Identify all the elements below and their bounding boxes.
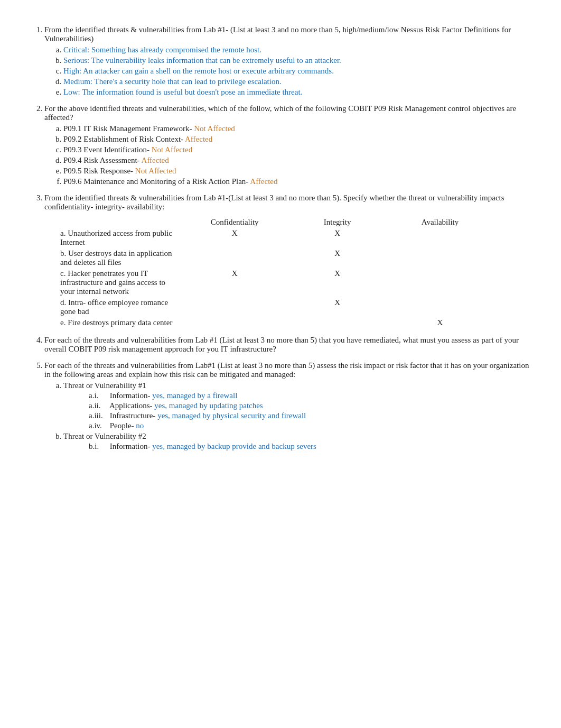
threat-b: b. User destroys data in application and…: [55, 248, 183, 268]
roman-a-ii-answer: yes, managed by updating patches: [154, 401, 263, 410]
table-row: b. User destroys data in application and…: [55, 248, 491, 268]
threat-c: c. Hacker penetrates you IT infrastructu…: [55, 268, 183, 297]
q5-b-roman-list: b.i. Information- yes, managed by backup…: [63, 442, 529, 451]
roman-b-i-answer: yes, managed by backup provide and backu…: [152, 442, 316, 450]
q2-c-prefix: P09.3 Event Identification-: [63, 145, 149, 154]
roman-a-i-label: a.i.: [89, 391, 108, 400]
q2-d-status: Affected: [142, 156, 169, 164]
header-confidentiality: Confidentiality: [183, 217, 286, 228]
int-e: [286, 317, 388, 328]
roman-b-i-prefix: Information-: [110, 442, 151, 450]
question-5-text: For each of the threats and vulnerabilit…: [44, 361, 529, 379]
question-5-list: Threat or Vulnerability #1 a.i. Informat…: [44, 381, 529, 451]
question-2-text: For the above identified threats and vul…: [44, 104, 516, 122]
q5-a-roman-list: a.i. Information- yes, managed by a fire…: [63, 391, 529, 430]
q5-a-iii: a.iii. Infrastructure- yes, managed by p…: [89, 411, 529, 420]
conf-b: [183, 248, 286, 268]
question-1-list: Critical: Something has already compromi…: [44, 45, 529, 97]
q1-item-d: Medium: There's a security hole that can…: [63, 77, 529, 86]
q2-item-b: P09.2 Establishment of Risk Context- Aff…: [63, 135, 529, 144]
int-d: X: [286, 297, 388, 317]
roman-a-i-prefix: Information-: [110, 391, 151, 400]
q5-a-iv: a.iv. People- no: [89, 421, 529, 430]
avail-d: [389, 297, 491, 317]
q1-item-b: Serious: The vulnerability leaks informa…: [63, 56, 529, 65]
q1-item-c-text: High: An attacker can gain a shell on th…: [63, 67, 334, 75]
roman-a-iii-label: a.iii.: [89, 411, 108, 420]
question-2: For the above identified threats and vul…: [44, 104, 529, 186]
q5-a-i: a.i. Information- yes, managed by a fire…: [89, 391, 529, 400]
table-row: c. Hacker penetrates you IT infrastructu…: [55, 268, 491, 297]
cia-table: Confidentiality Integrity Availability a…: [55, 217, 491, 328]
threat-d: d. Intra- office employee romance gone b…: [55, 297, 183, 317]
q2-f-status: Affected: [250, 177, 277, 186]
threat-a: a. Unauthorized access from public Inter…: [55, 228, 183, 248]
header-availability: Availability: [389, 217, 491, 228]
q5-item-a: Threat or Vulnerability #1 a.i. Informat…: [63, 381, 529, 430]
avail-c: [389, 268, 491, 297]
int-c: X: [286, 268, 388, 297]
q1-item-b-text: Serious: The vulnerability leaks informa…: [63, 56, 341, 64]
avail-b: [389, 248, 491, 268]
main-numbered-list: From the identified threats & vulnerabil…: [32, 25, 529, 451]
q2-a-prefix: P09.1 IT Risk Management Framework-: [63, 124, 192, 133]
question-2-list: P09.1 IT Risk Management Framework- Not …: [44, 124, 529, 186]
q2-d-prefix: P09.4 Risk Assessment-: [63, 156, 140, 164]
roman-a-ii-label: a.ii.: [89, 401, 108, 410]
threat-e: e. Fire destroys primary data center: [55, 317, 183, 328]
q2-a-status: Not Affected: [194, 124, 235, 133]
q5-a-title: Threat or Vulnerability #1: [63, 381, 146, 390]
q1-item-c: High: An attacker can gain a shell on th…: [63, 67, 529, 76]
q2-e-status: Not Affected: [135, 167, 176, 175]
roman-a-iv-answer: no: [136, 421, 144, 430]
q2-item-c: P09.3 Event Identification- Not Affected: [63, 145, 529, 154]
q1-item-e: Low: The information found is useful but…: [63, 88, 529, 97]
question-3: From the identified threats & vulnerabil…: [44, 193, 529, 328]
roman-a-i-answer: yes, managed by a firewall: [152, 391, 237, 400]
roman-a-ii-prefix: Applications-: [109, 401, 153, 410]
question-1-text: From the identified threats & vulnerabil…: [44, 25, 511, 43]
roman-a-iv-prefix: People-: [110, 421, 134, 430]
table-row: e. Fire destroys primary data center X: [55, 317, 491, 328]
table-row: a. Unauthorized access from public Inter…: [55, 228, 491, 248]
q2-item-e: P09.5 Risk Response- Not Affected: [63, 167, 529, 176]
int-a: X: [286, 228, 388, 248]
q2-f-prefix: P09.6 Maintenance and Monitoring of a Ri…: [63, 177, 248, 186]
roman-a-iv-label: a.iv.: [89, 421, 108, 430]
q1-item-a: Critical: Something has already compromi…: [63, 45, 529, 54]
q2-e-prefix: P09.5 Risk Response-: [63, 167, 133, 175]
cia-table-section: Confidentiality Integrity Availability a…: [44, 217, 529, 328]
int-b: X: [286, 248, 388, 268]
q5-a-ii: a.ii. Applications- yes, managed by upda…: [89, 401, 529, 410]
q2-b-status: Affected: [185, 135, 212, 143]
q1-item-d-text: Medium: There's a security hole that can…: [63, 77, 282, 86]
q1-item-e-text: Low: The information found is useful but…: [63, 88, 302, 96]
roman-a-iii-answer: yes, managed by physical security and fi…: [157, 411, 306, 420]
q2-item-f: P09.6 Maintenance and Monitoring of a Ri…: [63, 177, 529, 186]
avail-e: X: [389, 317, 491, 328]
question-5: For each of the threats and vulnerabilit…: [44, 361, 529, 451]
table-row: d. Intra- office employee romance gone b…: [55, 297, 491, 317]
conf-c: X: [183, 268, 286, 297]
q2-item-d: P09.4 Risk Assessment- Affected: [63, 156, 529, 165]
q1-item-a-text: Critical: Something has already compromi…: [63, 45, 261, 54]
q5-b-title: Threat or Vulnerability #2: [63, 432, 146, 440]
roman-b-i-label: b.i.: [89, 442, 108, 451]
conf-d: [183, 297, 286, 317]
roman-a-iii-prefix: Infrastructure-: [110, 411, 156, 420]
avail-a: [389, 228, 491, 248]
q5-b-i: b.i. Information- yes, managed by backup…: [89, 442, 529, 451]
conf-e: [183, 317, 286, 328]
q2-c-status: Not Affected: [152, 145, 193, 154]
q2-item-a: P09.1 IT Risk Management Framework- Not …: [63, 124, 529, 133]
question-4-text: For each of the threats and vulnerabilit…: [44, 336, 519, 353]
question-1: From the identified threats & vulnerabil…: [44, 25, 529, 97]
question-3-text: From the identified threats & vulnerabil…: [44, 193, 504, 211]
q2-b-prefix: P09.2 Establishment of Risk Context-: [63, 135, 183, 143]
header-integrity: Integrity: [286, 217, 388, 228]
conf-a: X: [183, 228, 286, 248]
question-4: For each of the threats and vulnerabilit…: [44, 336, 529, 354]
q5-item-b: Threat or Vulnerability #2 b.i. Informat…: [63, 432, 529, 451]
